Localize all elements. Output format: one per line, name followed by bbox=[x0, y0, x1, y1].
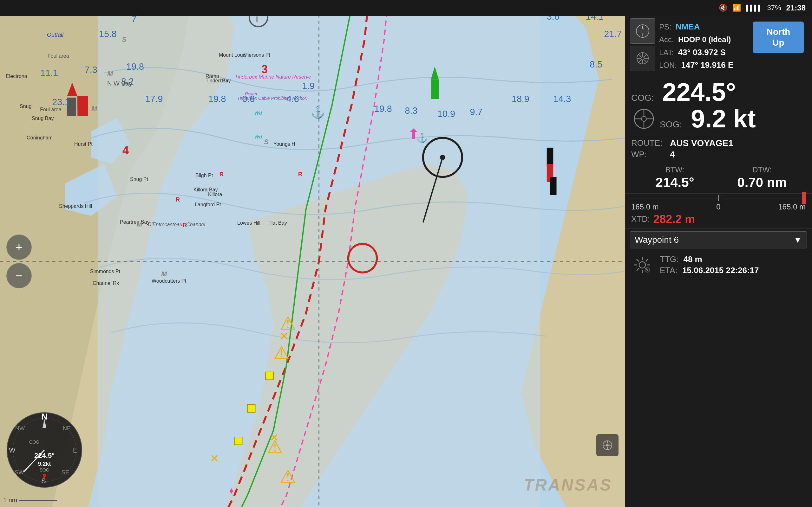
svg-text:S: S bbox=[41, 477, 46, 485]
route-label: ROUTE: bbox=[631, 138, 666, 148]
steering-icon bbox=[633, 108, 655, 130]
ais-button[interactable] bbox=[596, 434, 618, 456]
transas-watermark: TRANSAS bbox=[524, 475, 612, 494]
svg-point-105 bbox=[639, 262, 646, 268]
xtd-left-label: 165.0 m bbox=[631, 203, 659, 211]
svg-rect-8 bbox=[431, 79, 439, 99]
waypoint-section: Waypoint 6 ▼ bbox=[625, 228, 812, 251]
svg-text:17.9: 17.9 bbox=[145, 94, 163, 104]
svg-text:NW: NW bbox=[15, 425, 25, 432]
svg-text:8.5: 8.5 bbox=[590, 59, 602, 69]
svg-text:7: 7 bbox=[132, 16, 137, 24]
xtd-center-label: 0 bbox=[716, 203, 720, 211]
eta-line: ETA: 15.06.2015 22:26:17 bbox=[660, 266, 759, 275]
map-area[interactable]: ⚓ ⚓ ⚠ ⚠ ⚠ ⚠ ⚠ × × × ⬆ ♦ bbox=[0, 16, 625, 507]
sog-line: SOG: 9.2 kt bbox=[660, 106, 756, 131]
svg-rect-23 bbox=[265, 372, 273, 380]
svg-text:E: E bbox=[73, 446, 78, 454]
xtd-value: 282.2 m bbox=[653, 213, 695, 226]
svg-line-112 bbox=[646, 259, 648, 262]
lat-label: LAT: bbox=[659, 48, 674, 57]
svg-line-95 bbox=[638, 54, 641, 57]
svg-text:1.9: 1.9 bbox=[302, 81, 315, 91]
wp-label: WP: bbox=[631, 150, 666, 159]
svg-text:3.6: 3.6 bbox=[547, 16, 560, 21]
ttg-label: TTG: bbox=[660, 255, 678, 264]
eta-label: ETA: bbox=[660, 266, 677, 275]
svg-line-98 bbox=[638, 60, 641, 63]
svg-text:⬆: ⬆ bbox=[408, 126, 420, 142]
svg-text:0.6: 0.6 bbox=[242, 94, 255, 104]
sog-label: SOG: bbox=[660, 119, 688, 130]
svg-text:⚠: ⚠ bbox=[273, 343, 290, 363]
svg-marker-86 bbox=[642, 25, 644, 30]
svg-text:⚠: ⚠ bbox=[163, 505, 175, 507]
ttg-line: TTG: 48 m bbox=[660, 255, 759, 264]
btw-label: BTW: bbox=[665, 165, 684, 174]
svg-text:8.3: 8.3 bbox=[405, 106, 417, 116]
compass-nav-button[interactable] bbox=[630, 18, 655, 44]
svg-text:19.8: 19.8 bbox=[208, 94, 226, 104]
svg-text:19.8: 19.8 bbox=[126, 61, 144, 72]
waypoint-label: Waypoint 6 bbox=[635, 235, 679, 245]
helm-nav-button[interactable] bbox=[630, 46, 655, 71]
svg-text:SW: SW bbox=[14, 469, 24, 475]
route-value: AUS VOYAGE1 bbox=[670, 138, 733, 148]
scale-label: 1 nm bbox=[3, 497, 17, 504]
gps-header: PS: NMEA Acc. HDOP 0 (Ideal) LAT: 43° 03… bbox=[625, 16, 812, 76]
svg-rect-30 bbox=[78, 96, 88, 109]
lon-line: LON: 147° 19.916 E bbox=[659, 59, 750, 71]
battery-level: 37% bbox=[767, 4, 781, 12]
svg-marker-87 bbox=[642, 33, 644, 37]
svg-text:i: i bbox=[256, 16, 258, 24]
acc-line: Acc. HDOP 0 (Ideal) bbox=[659, 34, 750, 45]
btw-dtw-section: BTW: 214.5° DTW: 0.70 nm bbox=[625, 164, 812, 193]
ps-label: PS: bbox=[659, 22, 671, 31]
svg-line-96 bbox=[644, 60, 647, 63]
right-panel: PS: NMEA Acc. HDOP 0 (Ideal) LAT: 43° 03… bbox=[625, 16, 812, 507]
lon-value: 147° 19.916 E bbox=[681, 60, 733, 70]
btw-value: 214.5° bbox=[656, 175, 694, 190]
zoom-out-button[interactable]: − bbox=[6, 263, 32, 288]
svg-text:⚓: ⚓ bbox=[310, 105, 325, 119]
waypoint-dropdown[interactable]: Waypoint 6 ▼ bbox=[630, 231, 807, 248]
svg-text:224.5°: 224.5° bbox=[34, 452, 55, 459]
lon-label: LON: bbox=[659, 61, 677, 69]
xtd-section: 165.0 m 0 165.0 m XTD: 282.2 m bbox=[625, 193, 812, 228]
cog-line: COG: 224.5° bbox=[631, 79, 806, 105]
svg-line-113 bbox=[637, 268, 639, 271]
svg-text:4.6: 4.6 bbox=[287, 94, 299, 104]
svg-text:SE: SE bbox=[61, 469, 69, 475]
svg-text:×: × bbox=[210, 450, 218, 466]
svg-point-90 bbox=[641, 57, 644, 60]
cog-sog-section: COG: 224.5° bbox=[625, 76, 812, 106]
gear-icon-container[interactable] bbox=[631, 254, 653, 276]
helm-icon bbox=[635, 51, 650, 66]
svg-text:19.8: 19.8 bbox=[374, 104, 392, 114]
zoom-controls: + − bbox=[6, 234, 32, 288]
status-bar: 🔇 📶 ▌▌▌▌ 37% 21:38 bbox=[0, 0, 812, 16]
ps-line: PS: NMEA bbox=[659, 21, 750, 32]
svg-text:×: × bbox=[270, 429, 278, 445]
svg-text:18.9: 18.9 bbox=[512, 94, 529, 104]
svg-text:14.1: 14.1 bbox=[586, 16, 604, 21]
svg-text:7.3: 7.3 bbox=[85, 65, 97, 75]
xtd-line: XTD: 282.2 m bbox=[631, 213, 806, 226]
svg-point-100 bbox=[641, 116, 647, 121]
zoom-in-button[interactable]: + bbox=[6, 234, 32, 260]
svg-text:8.2: 8.2 bbox=[121, 76, 134, 87]
eta-value: 15.06.2015 22:26:17 bbox=[682, 266, 759, 275]
ps-value: NMEA bbox=[676, 22, 700, 32]
svg-text:9.7: 9.7 bbox=[470, 107, 483, 117]
xtd-indicator bbox=[802, 192, 806, 205]
north-up-button[interactable]: North Up bbox=[753, 21, 804, 53]
gps-info: PS: NMEA Acc. HDOP 0 (Ideal) LAT: 43° 03… bbox=[659, 18, 750, 73]
acc-label: Acc. bbox=[659, 35, 674, 44]
svg-line-111 bbox=[646, 268, 648, 271]
clock: 21:38 bbox=[786, 3, 806, 12]
route-line: ROUTE: AUS VOYAGE1 bbox=[631, 138, 806, 148]
svg-rect-24 bbox=[247, 404, 255, 412]
xtd-key: XTD: bbox=[631, 214, 650, 224]
svg-text:23.1: 23.1 bbox=[52, 97, 70, 107]
cog-value: 224.5° bbox=[662, 79, 736, 105]
